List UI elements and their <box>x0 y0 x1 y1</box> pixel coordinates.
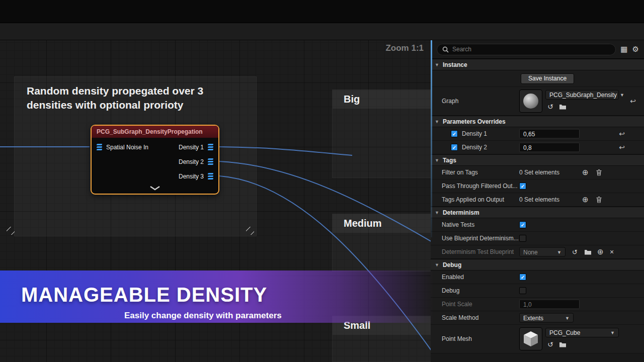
window-titlebar <box>0 0 644 23</box>
spatial-data-pin-icon[interactable] <box>208 144 213 150</box>
banner-title: MANAGEABLE DENSITY <box>21 284 267 306</box>
point-mesh-row: Point Mesh PCG_Cube▼ ↺ <box>431 325 644 353</box>
details-search-row: ▦ ⚙ <box>431 40 644 59</box>
comment-title: Random density propegated over 3 densiti… <box>15 77 256 120</box>
delete-elements-icon[interactable] <box>596 169 602 176</box>
scale-method-row: Scale Method Extents▼ <box>431 311 644 325</box>
panel-scrollbar[interactable] <box>431 40 432 237</box>
density-1-value-input[interactable]: 0,65 <box>519 129 580 139</box>
graph-asset-thumbnail[interactable] <box>519 89 542 113</box>
chevron-down-icon: ▼ <box>435 210 439 215</box>
add-element-icon[interactable]: ⊕ <box>582 168 589 177</box>
details-panel: ▦ ⚙ ▼ Instance Save Instance Graph PCG_S… <box>431 40 644 362</box>
pcg-node[interactable]: PCG_SubGraph_DensityPropegation Spatial … <box>91 125 219 195</box>
output-pin-label: Density 1 <box>179 144 204 151</box>
output-pin-label: Density 3 <box>179 173 204 180</box>
filter-on-tags-row: Filter on Tags 0 Set elements ⊕ <box>431 166 644 179</box>
delete-elements-icon[interactable] <box>596 197 602 203</box>
use-blueprint-determinism-checkbox[interactable] <box>519 235 526 242</box>
comment-box-medium-label: Medium <box>344 218 382 229</box>
chevron-down-icon: ▼ <box>557 249 561 254</box>
enabled-row: Enabled ✓ <box>431 270 644 284</box>
comment-box-big-label: Big <box>344 94 360 105</box>
chevron-down-icon: ▼ <box>435 62 439 67</box>
determinism-test-blueprint-row: Determinism Test Blueprint None▼ ↺ ⊕ × <box>431 245 644 259</box>
search-icon <box>442 46 449 53</box>
browse-to-asset-icon[interactable] <box>559 104 567 110</box>
param-row-density-1: ✓ Density 1 0,65 ↩ <box>431 127 644 141</box>
comment-box-big: Big <box>332 89 431 178</box>
browse-to-asset-icon[interactable] <box>584 249 592 255</box>
comment-box-medium-header[interactable]: Medium <box>333 214 431 233</box>
section-header-debug[interactable]: ▼ Debug <box>431 259 644 270</box>
node-title: PCG_SubGraph_DensityPropegation <box>97 128 203 135</box>
spatial-data-pin-icon[interactable] <box>208 173 213 179</box>
graph-property-label: Graph <box>431 98 519 105</box>
use-blueprint-determinism-row: Use Blueprint Determinism... <box>431 232 644 245</box>
add-icon[interactable]: ⊕ <box>597 247 604 256</box>
cube-preview-icon <box>523 331 538 347</box>
graph-asset-dropdown[interactable]: PCG_SubGraph_Density▼ <box>545 90 619 100</box>
settings-gear-icon[interactable]: ⚙ <box>632 45 639 54</box>
promo-banner: MANAGEABLE DENSITY Easily change density… <box>0 270 434 323</box>
use-selected-asset-icon[interactable]: ↺ <box>572 248 578 256</box>
input-pin-label: Spatial Noise In <box>106 144 148 151</box>
save-instance-button[interactable]: Save Instance <box>521 73 574 84</box>
node-title-bar[interactable]: PCG_SubGraph_DensityPropegation <box>92 126 218 138</box>
panel-filler <box>431 353 644 362</box>
reset-to-default-icon[interactable]: ↩ <box>630 97 636 105</box>
browse-to-asset-icon[interactable] <box>559 341 567 347</box>
pass-through-checkbox[interactable]: ✓ <box>519 183 526 190</box>
sphere-preview-icon <box>523 94 538 109</box>
reset-to-default-icon[interactable]: ↩ <box>619 130 625 138</box>
param-label: Density 1 <box>462 130 487 137</box>
resize-handle-icon[interactable] <box>7 227 15 235</box>
node-output-row: Density 3 <box>92 169 218 184</box>
comment-box-big-header[interactable]: Big <box>333 90 431 109</box>
clear-icon[interactable]: × <box>610 248 614 256</box>
debug-checkbox[interactable] <box>519 287 526 294</box>
search-box[interactable] <box>437 44 616 55</box>
section-header-determinism[interactable]: ▼ Determinism <box>431 207 644 218</box>
override-checkbox[interactable]: ✓ <box>451 130 458 137</box>
chevron-down-icon: ▼ <box>435 119 439 124</box>
set-elements-count: 0 Set elements <box>519 196 559 203</box>
node-body: Spatial Noise In Density 1 Density 2 Den… <box>92 138 218 194</box>
chevron-down-icon: ▼ <box>610 330 615 335</box>
point-scale-row: Point Scale 1,0 <box>431 298 644 311</box>
node-input-row: Spatial Noise In Density 1 <box>92 140 218 154</box>
tags-applied-on-output-row: Tags Applied on Output 0 Set elements ⊕ <box>431 193 644 207</box>
node-collapse-chevron-icon[interactable] <box>92 184 218 193</box>
chevron-down-icon: ▼ <box>435 158 439 163</box>
spatial-data-pin-icon[interactable] <box>208 158 213 165</box>
comment-box-medium: Medium <box>332 214 431 272</box>
enabled-checkbox[interactable]: ✓ <box>519 274 526 281</box>
use-selected-asset-icon[interactable]: ↺ <box>547 340 553 348</box>
debug-row: Debug <box>431 284 644 298</box>
use-selected-asset-icon[interactable]: ↺ <box>547 103 553 111</box>
chevron-down-icon: ▼ <box>435 262 439 267</box>
resize-handle-icon[interactable] <box>246 227 254 235</box>
scale-method-dropdown[interactable]: Extents▼ <box>519 313 574 323</box>
details-view-options-icon[interactable]: ▦ <box>620 45 627 54</box>
search-input[interactable] <box>452 46 610 53</box>
density-2-value-input[interactable]: 0,8 <box>519 143 580 152</box>
reset-to-default-icon[interactable]: ↩ <box>619 143 625 151</box>
section-header-instance[interactable]: ▼ Instance <box>431 59 644 70</box>
override-checkbox[interactable]: ✓ <box>451 144 458 151</box>
node-output-row: Density 2 <box>92 154 218 169</box>
test-blueprint-dropdown[interactable]: None▼ <box>519 247 566 257</box>
point-mesh-thumbnail[interactable] <box>519 327 542 350</box>
param-row-density-2: ✓ Density 2 0,8 ↩ <box>431 141 644 154</box>
section-header-parameters[interactable]: ▼ Parameters Overrides <box>431 116 644 127</box>
section-header-tags[interactable]: ▼ Tags <box>431 154 644 166</box>
point-scale-input[interactable]: 1,0 <box>519 300 580 309</box>
chevron-down-icon: ▼ <box>565 315 570 320</box>
spatial-data-pin-icon[interactable] <box>97 144 102 150</box>
point-mesh-dropdown[interactable]: PCG_Cube▼ <box>545 328 619 337</box>
native-tests-checkbox[interactable]: ✓ <box>519 221 526 228</box>
add-element-icon[interactable]: ⊕ <box>582 195 589 204</box>
pass-through-filtered-row: Pass Through Filtered Out... ✓ <box>431 179 644 193</box>
app-window: Zoom 1:1 Random density propegated over … <box>0 0 644 362</box>
set-elements-count: 0 Set elements <box>519 169 559 176</box>
